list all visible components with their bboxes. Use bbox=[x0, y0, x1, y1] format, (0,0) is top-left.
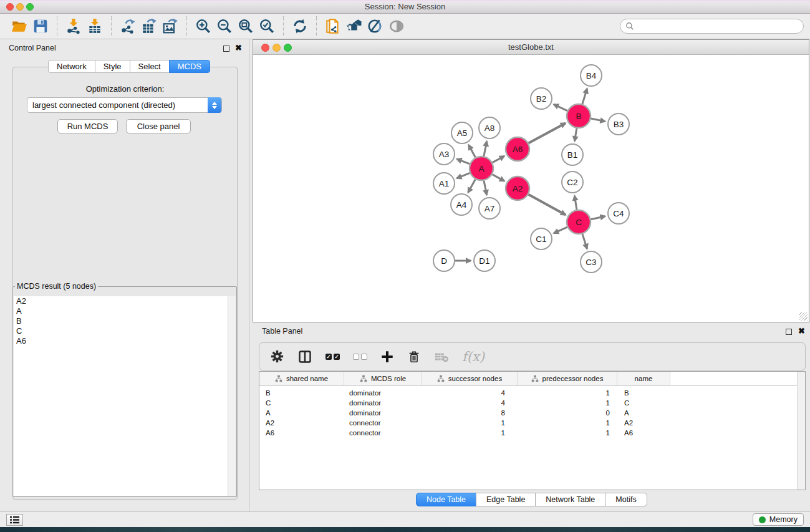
open-file-icon[interactable] bbox=[9, 16, 30, 36]
table-cell[interactable]: A2 bbox=[259, 418, 344, 428]
graph-node-C2[interactable]: C2 bbox=[562, 172, 583, 193]
graph-edge-C-C3[interactable] bbox=[582, 234, 587, 249]
show-hide-details-icon[interactable] bbox=[365, 16, 386, 36]
search-input[interactable] bbox=[637, 21, 798, 32]
home-icon[interactable] bbox=[344, 16, 365, 36]
column-header-mcds-role[interactable]: MCDS role bbox=[344, 372, 422, 385]
column-header-shared-name[interactable]: shared name bbox=[259, 372, 344, 385]
table-cell[interactable]: C bbox=[617, 398, 670, 408]
show-columns-icon[interactable] bbox=[297, 348, 312, 365]
refresh-icon[interactable] bbox=[289, 16, 311, 36]
graph-edge-A-A8[interactable] bbox=[484, 142, 487, 157]
graph-edge-C-C1[interactable] bbox=[554, 227, 567, 233]
tab-mcds[interactable]: MCDS bbox=[169, 60, 210, 73]
tab-node-table[interactable]: Node Table bbox=[416, 493, 476, 506]
table-cell[interactable]: 1 bbox=[518, 398, 617, 408]
float-table-panel-icon[interactable] bbox=[786, 329, 792, 335]
graph-edge-A-A2[interactable] bbox=[493, 175, 504, 181]
deselect-all-checkboxes-icon[interactable] bbox=[353, 348, 367, 365]
graph-edge-A2-C[interactable] bbox=[529, 195, 566, 215]
graph-node-B4[interactable]: B4 bbox=[581, 65, 602, 86]
table-cell[interactable]: 1 bbox=[422, 418, 518, 428]
graph-edge-B-B4[interactable] bbox=[582, 89, 587, 104]
graph-node-B3[interactable]: B3 bbox=[608, 114, 629, 135]
table-cell[interactable]: A2 bbox=[617, 418, 670, 428]
graph-node-D1[interactable]: D1 bbox=[474, 250, 495, 271]
table-cell[interactable]: 4 bbox=[422, 388, 518, 398]
window-resize-grip[interactable] bbox=[799, 312, 808, 321]
graph-edge-B-B2[interactable] bbox=[554, 104, 567, 110]
task-history-button[interactable] bbox=[6, 514, 23, 526]
delete-columns-icon[interactable] bbox=[407, 348, 421, 365]
import-network-icon[interactable] bbox=[63, 16, 84, 36]
graph-node-A[interactable]: A bbox=[470, 157, 493, 180]
table-cell[interactable]: 0 bbox=[518, 408, 617, 418]
graph-node-A3[interactable]: A3 bbox=[433, 143, 455, 165]
table-cell[interactable]: dominator bbox=[344, 408, 422, 418]
run-mcds-button[interactable]: Run MCDS bbox=[57, 119, 118, 133]
zoom-in-icon[interactable] bbox=[193, 16, 214, 36]
table-row[interactable]: Adominator80A bbox=[259, 408, 805, 418]
table-settings-gear-icon[interactable] bbox=[270, 348, 284, 365]
graph-node-B1[interactable]: B1 bbox=[562, 144, 583, 165]
graph-node-A7[interactable]: A7 bbox=[479, 198, 500, 219]
graph-edge-C-C4[interactable] bbox=[591, 216, 605, 220]
graph-edge-B-B3[interactable] bbox=[591, 118, 605, 122]
tab-style[interactable]: Style bbox=[95, 60, 130, 73]
optimization-dropdown[interactable]: largest connected component (directed) bbox=[27, 97, 222, 113]
tab-network-table[interactable]: Network Table bbox=[535, 493, 605, 506]
column-header-predecessor-nodes[interactable]: predecessor nodes bbox=[518, 372, 617, 385]
table-cell[interactable]: 1 bbox=[422, 428, 518, 438]
export-table-icon[interactable] bbox=[138, 16, 160, 36]
graph-node-A4[interactable]: A4 bbox=[451, 194, 472, 215]
select-all-checkboxes-icon[interactable]: ✓✓ bbox=[325, 348, 340, 365]
graph-node-B2[interactable]: B2 bbox=[531, 88, 552, 109]
copy-network-document-icon[interactable] bbox=[322, 16, 344, 36]
graph-node-A2[interactable]: A2 bbox=[506, 177, 529, 200]
import-table-icon[interactable] bbox=[84, 16, 105, 36]
birds-eye-view-icon[interactable] bbox=[386, 16, 407, 36]
table-cell[interactable]: connector bbox=[344, 418, 422, 428]
result-item[interactable]: B bbox=[14, 316, 236, 326]
table-scrollbar[interactable] bbox=[797, 372, 805, 490]
close-panel-button[interactable]: Close panel bbox=[126, 119, 191, 133]
graph-edge-A-A5[interactable] bbox=[469, 145, 476, 157]
table-row[interactable]: Cdominator41C bbox=[259, 398, 805, 408]
table-cell[interactable]: connector bbox=[344, 428, 422, 438]
graph-edge-A-A4[interactable] bbox=[468, 180, 476, 193]
graph-node-C[interactable]: C bbox=[567, 210, 591, 234]
tab-select[interactable]: Select bbox=[130, 60, 170, 73]
column-header-successor-nodes[interactable]: successor nodes bbox=[422, 372, 518, 385]
graph-edge-C-C2[interactable] bbox=[574, 196, 577, 210]
result-list-scrollbar[interactable] bbox=[228, 296, 236, 496]
result-item[interactable]: A2 bbox=[14, 296, 236, 306]
table-cell[interactable]: B bbox=[259, 388, 344, 398]
zoom-fit-icon[interactable] bbox=[235, 16, 256, 36]
result-item[interactable]: A bbox=[14, 306, 236, 316]
close-panel-icon[interactable]: ✖ bbox=[235, 43, 242, 52]
graph-node-A6[interactable]: A6 bbox=[506, 137, 529, 161]
export-image-icon[interactable] bbox=[160, 16, 181, 36]
float-panel-icon[interactable] bbox=[223, 46, 229, 52]
graph-edge-A-A6[interactable] bbox=[493, 156, 504, 162]
graph-node-C4[interactable]: C4 bbox=[608, 203, 629, 224]
network-graph-canvas[interactable]: B4B2BB3A8A5A6A3B1AC2A1A2A4A7C4CC1DD1C3 bbox=[253, 55, 809, 322]
graph-node-C1[interactable]: C1 bbox=[531, 228, 552, 249]
memory-button[interactable]: Memory bbox=[753, 513, 804, 526]
close-table-panel-icon[interactable]: ✖ bbox=[798, 326, 805, 336]
table-cell[interactable]: A bbox=[617, 408, 670, 418]
table-cell[interactable]: A6 bbox=[617, 428, 670, 438]
table-cell[interactable]: A6 bbox=[259, 428, 344, 438]
add-column-icon[interactable] bbox=[380, 348, 394, 365]
table-cell[interactable]: 1 bbox=[518, 428, 617, 438]
table-cell[interactable]: 4 bbox=[422, 398, 518, 408]
table-row[interactable]: Bdominator41B bbox=[259, 388, 805, 398]
zoom-selected-icon[interactable] bbox=[256, 16, 277, 36]
graph-edge-A-A1[interactable] bbox=[456, 173, 470, 178]
graph-node-A8[interactable]: A8 bbox=[479, 117, 500, 138]
table-row[interactable]: A2connector11A2 bbox=[259, 418, 805, 428]
save-session-icon[interactable] bbox=[30, 16, 51, 36]
table-row[interactable]: A6connector11A6 bbox=[259, 428, 805, 438]
graph-node-D[interactable]: D bbox=[433, 250, 455, 271]
result-item[interactable]: A6 bbox=[14, 336, 236, 346]
